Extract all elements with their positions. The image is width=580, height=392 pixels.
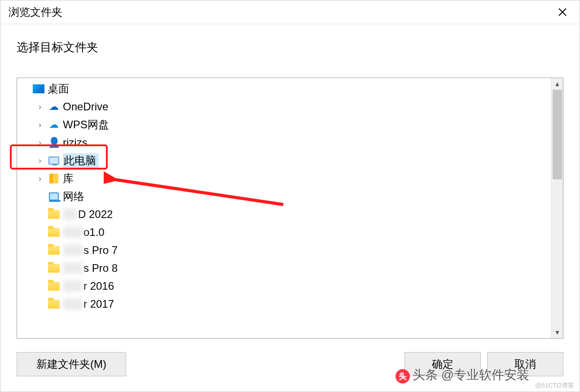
- library-icon: [48, 173, 60, 184]
- user-icon: 👤: [48, 137, 60, 148]
- expander-icon[interactable]: ›: [35, 138, 45, 148]
- tree-item-label: xxD 2022: [63, 208, 113, 221]
- scroll-down-icon[interactable]: ▼: [552, 327, 563, 338]
- expander-icon[interactable]: ›: [35, 120, 45, 130]
- tree-item-label: xxxr 2017: [63, 298, 114, 310]
- tree-item-label: 库: [63, 171, 74, 186]
- scroll-track[interactable]: [552, 90, 563, 327]
- folder-icon: [48, 299, 60, 309]
- scroll-thumb[interactable]: [553, 90, 562, 179]
- onedrive-icon: ☁: [48, 101, 60, 112]
- tree-item[interactable]: ›☁OneDrive: [17, 98, 551, 116]
- tree-item-label: 桌面: [48, 82, 69, 96]
- pc-icon: [48, 155, 60, 166]
- folder-tree[interactable]: 桌面›☁OneDrive›☁WPS网盘›👤rizizs›此电脑›库网络xxD 2…: [17, 78, 551, 338]
- new-folder-button[interactable]: 新建文件夹(M): [17, 352, 126, 376]
- tree-item[interactable]: 桌面: [17, 80, 551, 98]
- tree-item[interactable]: ›此电脑: [17, 152, 551, 170]
- tree-item-label: xxxr 2016: [63, 280, 114, 292]
- tree-item[interactable]: ›👤rizizs: [17, 134, 551, 152]
- folder-icon: [48, 281, 60, 292]
- tree-item-label: 网络: [63, 189, 84, 204]
- tree-item[interactable]: xxxr 2017: [17, 295, 551, 313]
- folder-icon: [48, 227, 60, 238]
- expander-icon[interactable]: ›: [35, 156, 45, 166]
- desktop-icon: [32, 83, 45, 94]
- tree-item-label: xxxs Pro 8: [63, 262, 118, 274]
- folder-icon: [48, 245, 60, 256]
- tree-item[interactable]: xxxr 2016: [17, 277, 551, 295]
- tree-item-label: xxxo1.0: [63, 226, 105, 239]
- folder-icon: [48, 263, 60, 274]
- tree-item-label: OneDrive: [63, 100, 108, 113]
- scroll-up-icon[interactable]: ▲: [552, 78, 563, 90]
- tree-item-label: rizizs: [63, 136, 88, 149]
- folder-icon: [48, 209, 60, 220]
- dialog-title: 浏览文件夹: [9, 5, 62, 19]
- wpscloud-icon: ☁: [48, 119, 60, 130]
- tree-item[interactable]: xxxs Pro 8: [17, 259, 551, 277]
- tree-item[interactable]: ›☁WPS网盘: [17, 116, 551, 134]
- tree-item-label: WPS网盘: [63, 118, 109, 132]
- instruction-label: 选择目标文件夹: [0, 24, 580, 62]
- tree-item[interactable]: xxxo1.0: [17, 223, 551, 241]
- close-icon[interactable]: [554, 3, 571, 21]
- network-icon: [48, 191, 60, 202]
- tree-item[interactable]: xxxs Pro 7: [17, 241, 551, 259]
- expander-icon[interactable]: ›: [35, 102, 45, 112]
- cancel-button[interactable]: 取消: [487, 352, 563, 376]
- browse-folder-dialog: 浏览文件夹 选择目标文件夹 桌面›☁OneDrive›☁WPS网盘›👤riziz…: [0, 0, 580, 392]
- expander-icon[interactable]: ›: [35, 174, 45, 183]
- tree-item-label: xxxs Pro 7: [63, 244, 118, 257]
- tree-item-label: 此电脑: [63, 153, 99, 168]
- tree-item[interactable]: 网络: [17, 187, 551, 205]
- ok-button[interactable]: 确定: [404, 352, 481, 376]
- tree-item[interactable]: xxD 2022: [17, 205, 551, 223]
- button-row: 新建文件夹(M) 确定 取消: [0, 339, 580, 392]
- folder-tree-container: 桌面›☁OneDrive›☁WPS网盘›👤rizizs›此电脑›库网络xxD 2…: [17, 78, 563, 339]
- right-button-group: 确定 取消: [404, 352, 563, 376]
- titlebar: 浏览文件夹: [0, 0, 580, 24]
- tree-item[interactable]: ›库: [17, 170, 551, 187]
- vertical-scrollbar[interactable]: ▲ ▼: [551, 78, 563, 338]
